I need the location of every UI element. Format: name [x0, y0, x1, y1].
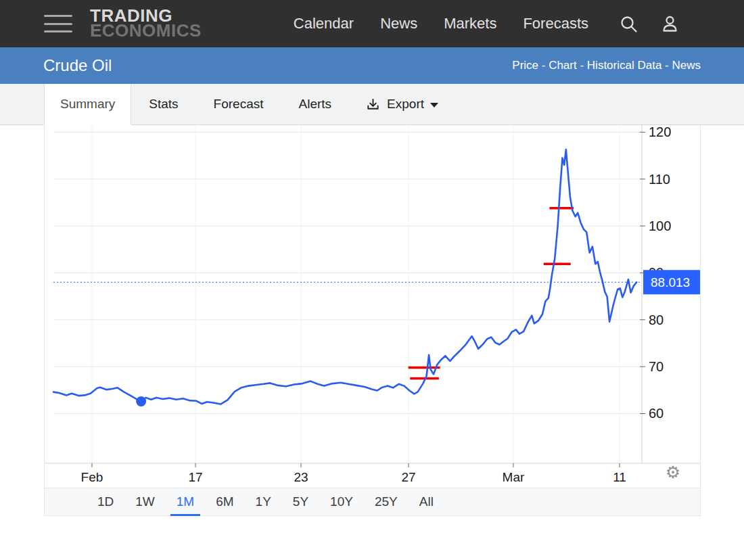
current-price-text: 88.013	[651, 275, 690, 289]
title-link-separator: -	[538, 59, 549, 72]
x-axis-label: 17	[188, 470, 202, 484]
range-selector: 1D1W1M6M1Y5Y10Y25YAll	[45, 488, 700, 515]
tab-list: SummaryStatsForecastAlerts	[44, 84, 349, 124]
range-1d[interactable]: 1D	[96, 494, 115, 509]
range-1y[interactable]: 1Y	[254, 494, 273, 509]
y-axis-label: 100	[649, 218, 671, 233]
hamburger-bar	[44, 30, 72, 32]
nav-item-calendar[interactable]: Calendar	[294, 15, 354, 32]
title-links: Price - Chart - Historical Data - News	[512, 59, 701, 72]
y-axis-label: 120	[649, 125, 671, 139]
y-axis-label: 70	[649, 359, 664, 374]
x-axis-label: Feb	[81, 470, 103, 484]
tab-strip: SummaryStatsForecastAlerts Export	[0, 84, 744, 125]
range-1m[interactable]: 1M	[175, 494, 195, 509]
x-axis-label: 27	[401, 470, 415, 484]
y-axis-label: 60	[649, 406, 664, 421]
chart-card: 60708090100110120Feb172327Mar1188.013 ⚙︎…	[44, 125, 701, 516]
navbar-menu: CalendarNewsMarketsForecasts	[294, 15, 588, 32]
hamburger-bar	[44, 23, 72, 25]
x-axis-label: 11	[613, 470, 626, 484]
hamburger-bar	[44, 15, 72, 17]
title-link-news[interactable]: News	[672, 59, 701, 72]
tab-summary[interactable]: Summary	[44, 84, 131, 124]
navbar-icons	[620, 15, 679, 33]
tab-alerts[interactable]: Alerts	[281, 84, 350, 124]
nav-item-markets[interactable]: Markets	[444, 15, 496, 32]
tab-stats[interactable]: Stats	[131, 84, 195, 124]
caret-down-icon	[430, 103, 438, 108]
x-axis-label: Mar	[503, 470, 525, 484]
price-line	[53, 149, 636, 404]
y-axis-label: 80	[649, 312, 664, 327]
nav-item-news[interactable]: News	[380, 15, 417, 32]
title-link-historical-data[interactable]: Historical Data	[587, 59, 662, 72]
export-button[interactable]: Export	[358, 84, 445, 124]
user-icon[interactable]	[661, 15, 679, 33]
range-25y[interactable]: 25Y	[373, 494, 399, 509]
y-axis-label: 110	[649, 172, 670, 187]
top-navbar: TRADING ECONOMICS CalendarNewsMarketsFor…	[0, 0, 744, 47]
nav-item-forecasts[interactable]: Forecasts	[523, 15, 588, 32]
page: TRADING ECONOMICS CalendarNewsMarketsFor…	[0, 0, 744, 560]
data-point-marker	[136, 396, 146, 406]
gear-icon[interactable]: ⚙︎	[661, 461, 684, 483]
range-10y[interactable]: 10Y	[329, 494, 354, 509]
search-icon[interactable]	[620, 15, 638, 33]
trading-economics-logo[interactable]: TRADING ECONOMICS	[90, 9, 202, 39]
price-chart[interactable]: 60708090100110120Feb172327Mar1188.013	[45, 125, 700, 488]
title-link-separator: -	[577, 59, 587, 72]
export-label: Export	[387, 97, 424, 112]
range-5y[interactable]: 5Y	[292, 494, 310, 509]
download-icon	[365, 97, 381, 112]
range-6m[interactable]: 6M	[214, 494, 235, 509]
title-link-chart[interactable]: Chart	[549, 59, 577, 72]
logo-line2: ECONOMICS	[90, 24, 202, 39]
page-title: Crude Oil	[43, 56, 112, 75]
hamburger-menu-icon[interactable]	[44, 15, 72, 32]
title-link-separator: -	[661, 59, 672, 72]
x-axis-label: 23	[294, 470, 308, 484]
title-link-price[interactable]: Price	[512, 59, 538, 72]
range-1w[interactable]: 1W	[134, 494, 156, 509]
title-bar: Crude Oil Price - Chart - Historical Dat…	[0, 47, 744, 84]
range-all[interactable]: All	[418, 494, 435, 509]
tab-forecast[interactable]: Forecast	[196, 84, 281, 124]
